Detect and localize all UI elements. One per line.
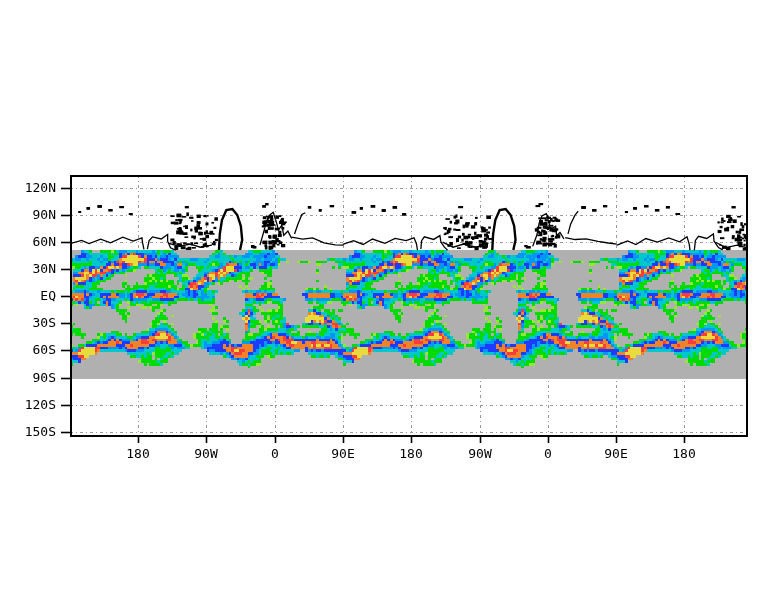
map-canvas	[0, 0, 784, 612]
map-plot-page: 120N90N60N30NEQ30S60S90S120S150S 18090W0…	[0, 0, 784, 612]
